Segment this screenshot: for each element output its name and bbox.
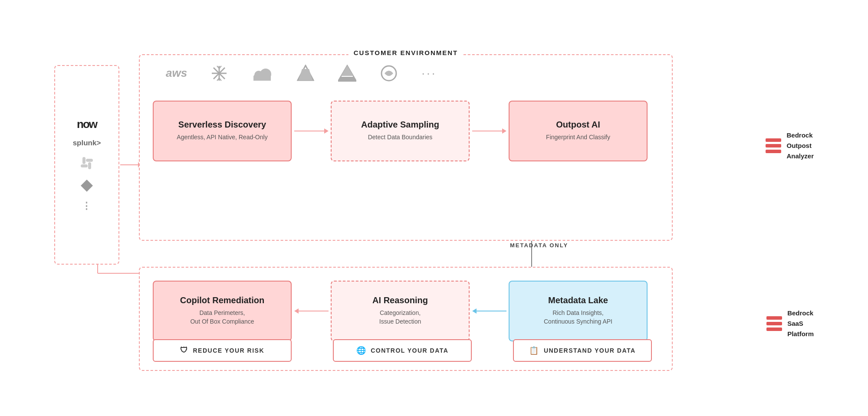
serverless-title: Serverless Discovery bbox=[178, 120, 266, 130]
reduce-risk-button[interactable]: 🛡 REDUCE YOUR RISK bbox=[153, 339, 292, 362]
ai-reasoning-box: AI Reasoning Categorization,Issue Detect… bbox=[331, 281, 470, 341]
svg-rect-16 bbox=[82, 157, 85, 164]
clipboard-icon: 📋 bbox=[529, 346, 539, 355]
control-data-label: CONTROL YOUR DATA bbox=[371, 347, 448, 354]
cloud-icon bbox=[251, 66, 273, 81]
copilot-title: Copilot Remediation bbox=[180, 295, 264, 305]
main-container: now splunk> ⋮ bbox=[22, 22, 846, 395]
action-buttons-row: 🛡 REDUCE YOUR RISK 🌐 CONTROL YOUR DATA 📋… bbox=[153, 339, 661, 362]
serverless-subtitle: Agentless, API Native, Read-Only bbox=[177, 133, 267, 142]
customer-env-label: CUSTOMER ENVIRONMENT bbox=[349, 49, 464, 56]
slack-icon bbox=[79, 155, 95, 171]
adaptive-title: Adaptive Sampling bbox=[361, 120, 439, 130]
arrow-ai-copilot bbox=[292, 308, 331, 314]
more-icons: ··· bbox=[421, 66, 437, 80]
understand-data-label: UNDERSTAND YOUR DATA bbox=[544, 347, 636, 354]
now-logo: now bbox=[77, 118, 97, 131]
svg-rect-17 bbox=[88, 162, 91, 169]
splunk-logo: splunk> bbox=[73, 139, 101, 147]
copilot-subtitle: Data Perimeters,Out Of Box Compliance bbox=[190, 309, 254, 326]
adaptive-sampling-box: Adaptive Sampling Detect Data Boundaries bbox=[331, 101, 470, 161]
arrow-serverless-adaptive bbox=[292, 128, 331, 134]
copilot-box: Copilot Remediation Data Perimeters,Out … bbox=[153, 281, 292, 341]
ai-reasoning-title: AI Reasoning bbox=[372, 295, 428, 305]
bottom-process-row: Copilot Remediation Data Perimeters,Out … bbox=[153, 281, 661, 341]
arrow-adaptive-outpost bbox=[470, 128, 509, 134]
process-boxes-row: Serverless Discovery Agentless, API Nati… bbox=[153, 101, 661, 161]
adaptive-subtitle: Detect Data Boundaries bbox=[368, 133, 433, 142]
platform-box: Copilot Remediation Data Perimeters,Out … bbox=[139, 267, 673, 371]
customer-environment-box: CUSTOMER ENVIRONMENT aws bbox=[139, 54, 673, 241]
metadata-lake-box: Metadata Lake Rich Data Insights,Continu… bbox=[509, 281, 648, 341]
bedrock-saas-label: Bedrock SaaS Platform bbox=[766, 308, 814, 339]
outpost-ai-box: Outpost AI Fingerprint And Classify bbox=[509, 101, 648, 161]
diamond-icon bbox=[80, 179, 94, 193]
reduce-risk-label: REDUCE YOUR RISK bbox=[193, 347, 264, 354]
ai-reasoning-subtitle: Categorization,Issue Detection bbox=[379, 309, 421, 326]
metadata-lake-title: Metadata Lake bbox=[548, 295, 608, 305]
bedrock-saas-text: Bedrock SaaS Platform bbox=[787, 308, 814, 339]
svg-rect-19 bbox=[86, 159, 93, 162]
serverless-discovery-box: Serverless Discovery Agentless, API Nati… bbox=[153, 101, 292, 161]
arrow-metadata-ai bbox=[470, 308, 509, 314]
diagram: now splunk> ⋮ bbox=[54, 30, 814, 386]
svg-marker-35 bbox=[299, 69, 312, 80]
svg-marker-37 bbox=[341, 66, 353, 76]
understand-data-button[interactable]: 📋 UNDERSTAND YOUR DATA bbox=[513, 339, 652, 362]
left-sidebar: now splunk> ⋮ bbox=[54, 65, 119, 265]
outpost-title: Outpost AI bbox=[556, 120, 600, 130]
bedrock-bottom-lines bbox=[766, 316, 782, 331]
outpost-subtitle: Fingerprint And Classify bbox=[546, 133, 610, 142]
metadata-lake-subtitle: Rich Data Insights,Continuous Synching A… bbox=[544, 309, 612, 326]
svg-marker-20 bbox=[81, 180, 93, 192]
svg-rect-18 bbox=[81, 164, 88, 167]
shield-icon: 🛡 bbox=[180, 346, 189, 355]
azure-icon bbox=[297, 65, 314, 82]
bedrock-outpost-label: Bedrock Outpost Analyzer bbox=[766, 130, 814, 161]
snowflake-icon bbox=[211, 65, 227, 82]
cloud-icons-row: aws bbox=[166, 65, 643, 82]
control-data-button[interactable]: 🌐 CONTROL YOUR DATA bbox=[333, 339, 472, 362]
cortex-icon bbox=[380, 65, 398, 82]
aws-icon: aws bbox=[166, 66, 187, 80]
google-drive-icon bbox=[338, 65, 356, 82]
svg-rect-33 bbox=[253, 77, 271, 81]
svg-marker-38 bbox=[338, 77, 356, 81]
more-dots: ⋮ bbox=[82, 200, 92, 212]
bedrock-outpost-text: Bedrock Outpost Analyzer bbox=[786, 130, 814, 161]
bedrock-top-lines bbox=[766, 138, 781, 153]
metadata-only-label: METADATA ONLY bbox=[510, 242, 568, 249]
globe-icon: 🌐 bbox=[356, 346, 367, 355]
